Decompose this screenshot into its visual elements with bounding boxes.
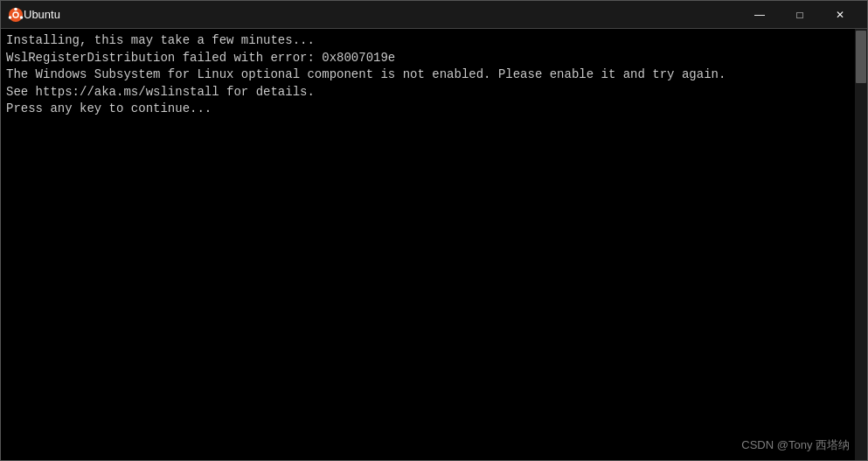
title-bar: Ubuntu — □ ✕	[1, 1, 867, 29]
terminal-output[interactable]: Installing, this may take a few minutes.…	[1, 29, 855, 460]
ubuntu-terminal-window: Ubuntu — □ ✕ Installing, this may take a…	[0, 0, 868, 461]
maximize-button[interactable]: □	[780, 1, 820, 29]
window-title: Ubuntu	[24, 8, 740, 21]
scrollbar-thumb[interactable]	[856, 31, 866, 83]
close-button[interactable]: ✕	[820, 1, 860, 29]
watermark: CSDN @Tony 西塔纳	[741, 437, 850, 453]
scrollbar[interactable]	[855, 29, 867, 460]
terminal-area: Installing, this may take a few minutes.…	[1, 29, 867, 460]
window-controls: — □ ✕	[740, 1, 860, 29]
ubuntu-logo-icon	[8, 7, 24, 23]
minimize-button[interactable]: —	[740, 1, 780, 29]
svg-point-4	[9, 16, 12, 19]
svg-point-2	[14, 7, 17, 10]
svg-point-3	[20, 16, 24, 19]
